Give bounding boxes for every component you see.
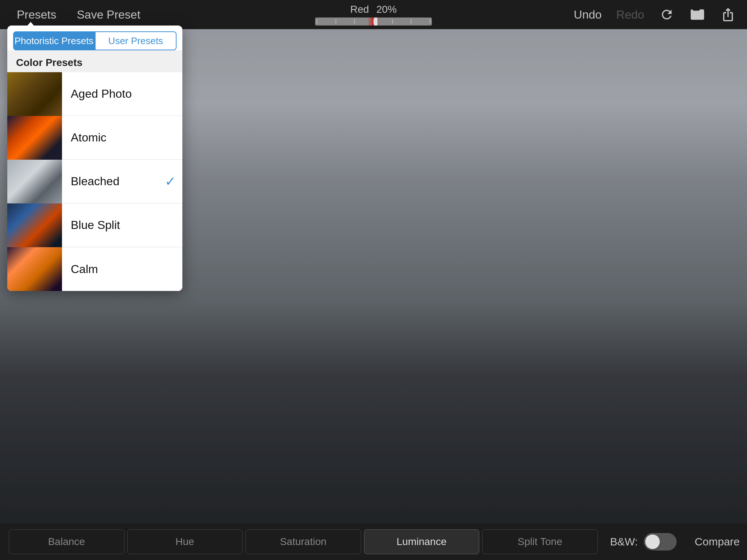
tab-split-tone[interactable]: Split Tone bbox=[482, 529, 598, 554]
preset-name-calm: Calm bbox=[62, 262, 182, 276]
preset-selected-check: ✓ bbox=[164, 174, 182, 189]
tab-hue[interactable]: Hue bbox=[127, 529, 243, 554]
share-icon[interactable] bbox=[720, 7, 736, 23]
preset-thumb-bluesplit bbox=[7, 203, 62, 247]
slider-ticks bbox=[315, 18, 432, 26]
refresh-icon[interactable] bbox=[659, 7, 675, 23]
undo-button[interactable]: Undo bbox=[574, 8, 602, 22]
tick bbox=[317, 19, 317, 24]
tick bbox=[411, 19, 411, 24]
color-presets-header: Color Presets bbox=[7, 50, 182, 72]
redo-button[interactable]: Redo bbox=[616, 8, 645, 22]
preset-item-blue-split[interactable]: Blue Split bbox=[7, 203, 182, 247]
preset-name-atomic: Atomic bbox=[62, 131, 182, 144]
slider-label: Red bbox=[350, 4, 369, 15]
photoristic-presets-tab[interactable]: Photoristic Presets bbox=[13, 31, 95, 50]
preset-item-bleached[interactable]: Bleached ✓ bbox=[7, 160, 182, 203]
camera-icon[interactable] bbox=[689, 7, 705, 23]
bw-section: B&W: bbox=[610, 533, 676, 551]
presets-dropdown: Photoristic Presets User Presets Color P… bbox=[7, 26, 182, 291]
tick bbox=[354, 19, 355, 24]
preset-name-aged: Aged Photo bbox=[62, 87, 182, 101]
toggle-knob bbox=[645, 534, 660, 549]
top-bar-right: Undo Redo bbox=[494, 7, 736, 23]
dropdown-arrow bbox=[26, 22, 36, 28]
compare-button[interactable]: Compare bbox=[695, 536, 740, 548]
user-presets-tab[interactable]: User Presets bbox=[95, 31, 177, 50]
top-bar-center: Red 20% bbox=[253, 4, 495, 26]
tick bbox=[430, 19, 430, 24]
top-bar: Presets Save Preset Red 20% Undo Redo bbox=[0, 0, 747, 29]
preset-item-atomic[interactable]: Atomic bbox=[7, 116, 182, 160]
preset-thumb-aged bbox=[7, 72, 62, 116]
bottom-tabs: Balance Hue Saturation Luminance Split T… bbox=[7, 529, 599, 554]
preset-name-bleached: Bleached bbox=[62, 175, 164, 188]
preset-item-calm[interactable]: Calm bbox=[7, 247, 182, 291]
tab-luminance[interactable]: Luminance bbox=[364, 529, 480, 554]
bw-label: B&W: bbox=[610, 536, 638, 548]
color-slider[interactable] bbox=[315, 18, 432, 26]
slider-label-row: Red 20% bbox=[350, 4, 396, 15]
slider-thumb[interactable] bbox=[374, 18, 378, 26]
bottom-bar: Balance Hue Saturation Luminance Split T… bbox=[0, 524, 747, 560]
preset-name-bluesplit: Blue Split bbox=[62, 218, 182, 232]
preset-thumb-bleached bbox=[7, 160, 62, 203]
bw-toggle[interactable] bbox=[644, 533, 677, 551]
preset-list: Aged Photo Atomic Bleached ✓ Blue Split … bbox=[7, 72, 182, 291]
save-preset-button[interactable]: Save Preset bbox=[77, 8, 140, 22]
tab-saturation[interactable]: Saturation bbox=[245, 529, 361, 554]
preset-thumb-calm bbox=[7, 247, 62, 291]
presets-button[interactable]: Presets bbox=[11, 5, 62, 24]
preset-item-aged-photo[interactable]: Aged Photo bbox=[7, 72, 182, 116]
slider-value: 20% bbox=[376, 4, 397, 15]
top-bar-left: Presets Save Preset bbox=[11, 5, 253, 24]
tick bbox=[336, 19, 336, 24]
preset-thumb-atomic bbox=[7, 116, 62, 160]
tab-balance[interactable]: Balance bbox=[9, 529, 124, 554]
tick bbox=[392, 19, 393, 24]
preset-tab-row: Photoristic Presets User Presets bbox=[7, 26, 182, 50]
